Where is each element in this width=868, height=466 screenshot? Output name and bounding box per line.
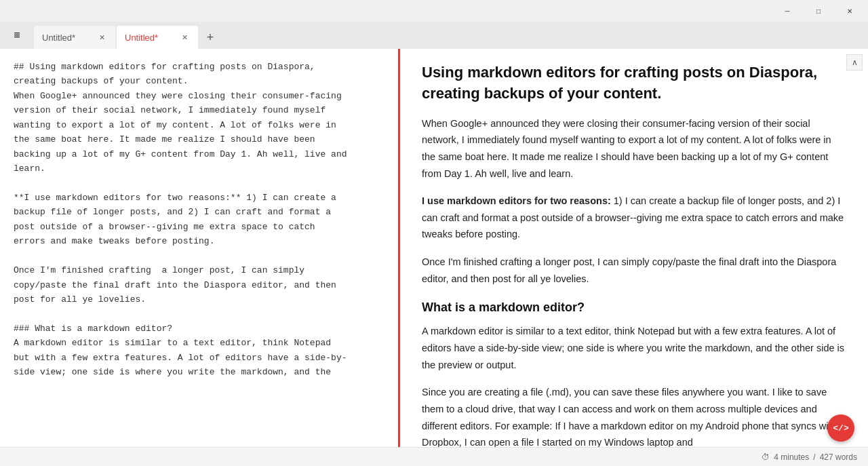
title-bar-controls: ─ □ ✕ [772,0,865,22]
tab-label-2: Untitled* [125,33,158,43]
scroll-top-button[interactable]: ∧ [846,54,863,71]
menu-icon[interactable]: ≡ [0,22,34,49]
tab-untitled-1[interactable]: Untitled* ✕ [34,26,115,49]
hamburger-icon: ≡ [14,29,20,41]
editor-content[interactable]: ## Using markdown editors for crafting p… [14,60,387,380]
close-button[interactable]: ✕ [834,0,865,22]
preview-paragraph-5: Since you are creating a file (.md), you… [422,384,846,447]
markup-button[interactable]: </> [827,414,854,442]
preview-bold-intro: I use markdown editors for two reasons: [422,195,611,206]
tab-close-2[interactable]: ✕ [179,32,190,43]
preview-paragraph-2: I use markdown editors for two reasons: … [422,193,846,243]
preview-paragraph-1: When Google+ announced they were closing… [422,115,846,182]
preview-subheading: What is a markdown editor? [422,300,846,315]
preview-paragraph-3: Once I'm finished crafting a longer post… [422,254,846,287]
preview-heading: Using markdown editors for crafting post… [422,62,846,104]
word-count: 427 words [820,452,857,462]
status-bar: ⏱ 4 minutes / 427 words [0,447,868,466]
add-tab-button[interactable]: + [198,26,222,49]
time-icon: ⏱ [762,452,770,462]
status-separator: / [813,452,815,462]
tab-label-1: Untitled* [42,33,75,43]
tab-untitled-2[interactable]: Untitled* ✕ [117,26,198,49]
read-time: 4 minutes [774,452,809,462]
title-bar: ─ □ ✕ [0,0,868,22]
preview-pane: ∧ Using markdown editors for crafting po… [400,49,868,447]
maximize-button[interactable]: □ [803,0,834,22]
tab-close-1[interactable]: ✕ [96,32,107,43]
editor-pane[interactable]: ## Using markdown editors for crafting p… [0,49,400,447]
preview-paragraph-4: A markdown editor is similar to a text e… [422,323,846,373]
minimize-button[interactable]: ─ [772,0,803,22]
main-content: ## Using markdown editors for crafting p… [0,49,868,447]
tab-bar: ≡ Untitled* ✕ Untitled* ✕ + [0,22,868,49]
